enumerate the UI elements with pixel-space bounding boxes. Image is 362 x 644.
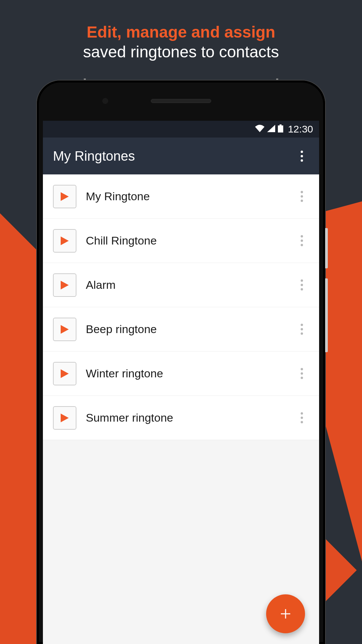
ringtone-name: Summer ringtone (86, 411, 294, 424)
more-vertical-icon (301, 191, 303, 202)
item-overflow-button[interactable] (294, 411, 309, 425)
play-icon (61, 325, 69, 334)
add-ringtone-fab[interactable] (266, 594, 305, 633)
play-icon (61, 281, 69, 289)
play-icon (61, 192, 69, 201)
play-icon (61, 414, 69, 422)
phone-mockup: 12:30 My Ringtones My Ringtone (37, 80, 325, 644)
play-icon (61, 369, 69, 378)
play-button[interactable] (53, 273, 76, 297)
phone-camera (102, 98, 108, 104)
svg-rect-0 (278, 125, 283, 132)
ringtone-item[interactable]: Winter ringtone (43, 352, 319, 396)
play-icon (61, 236, 69, 245)
item-overflow-button[interactable] (294, 233, 309, 248)
play-button[interactable] (53, 362, 76, 385)
more-vertical-icon (301, 368, 303, 379)
promo-line-2: saved ringtones to contacts (0, 43, 362, 61)
more-vertical-icon (301, 235, 303, 246)
promo-heading: Edit, manage and assign saved ringtones … (0, 0, 362, 61)
status-time: 12:30 (288, 123, 313, 135)
battery-icon (278, 124, 283, 134)
ringtone-name: Winter ringtone (86, 367, 294, 380)
ringtone-item[interactable]: Beep ringtone (43, 307, 319, 352)
ringtone-item[interactable]: Chill Ringtone (43, 219, 319, 263)
more-vertical-icon (301, 279, 303, 290)
phone-speaker (151, 99, 211, 103)
ringtone-name: My Ringtone (86, 190, 294, 203)
play-button[interactable] (53, 406, 76, 430)
play-button[interactable] (53, 318, 76, 341)
svg-rect-1 (280, 124, 282, 125)
overflow-menu-button[interactable] (294, 149, 309, 163)
phone-side-button (325, 228, 328, 268)
wifi-icon (255, 125, 264, 133)
more-vertical-icon (301, 151, 303, 162)
ringtone-name: Beep ringtone (86, 323, 294, 336)
ringtone-item[interactable]: My Ringtone (43, 174, 319, 219)
ringtone-name: Chill Ringtone (86, 234, 294, 247)
phone-screen: 12:30 My Ringtones My Ringtone (43, 121, 319, 644)
ringtone-list: My Ringtone Chill Ringtone (43, 174, 319, 440)
item-overflow-button[interactable] (294, 278, 309, 292)
item-overflow-button[interactable] (294, 366, 309, 381)
more-vertical-icon (301, 412, 303, 423)
play-button[interactable] (53, 185, 76, 208)
app-bar: My Ringtones (43, 138, 319, 174)
phone-body: 12:30 My Ringtones My Ringtone (37, 80, 325, 644)
app-title: My Ringtones (53, 149, 135, 164)
play-button[interactable] (53, 229, 76, 253)
more-vertical-icon (301, 324, 303, 335)
promo-line-1: Edit, manage and assign (0, 23, 362, 41)
plus-icon (279, 607, 292, 621)
item-overflow-button[interactable] (294, 189, 309, 204)
item-overflow-button[interactable] (294, 322, 309, 337)
ringtone-item[interactable]: Summer ringtone (43, 396, 319, 440)
cell-signal-icon (267, 125, 275, 133)
ringtone-item[interactable]: Alarm (43, 263, 319, 307)
ringtone-name: Alarm (86, 278, 294, 291)
status-bar: 12:30 (43, 121, 319, 138)
phone-side-button (325, 278, 328, 352)
